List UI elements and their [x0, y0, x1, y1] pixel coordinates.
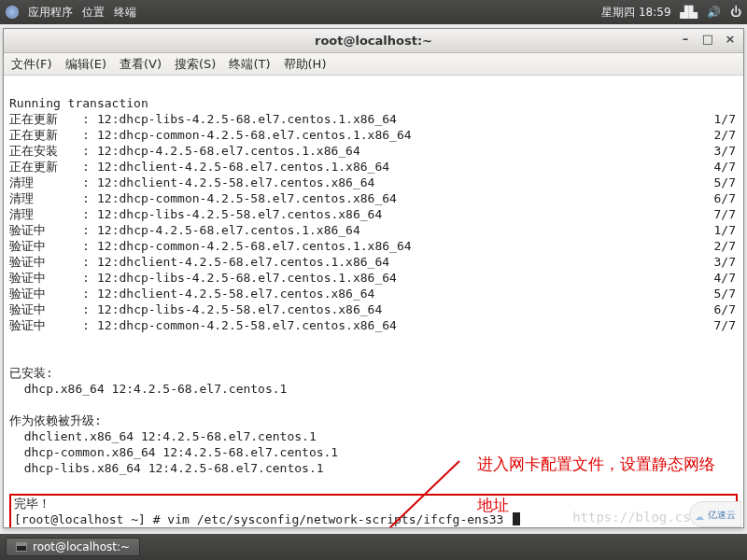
taskbar-item-label: root@localhost:~	[33, 540, 130, 553]
term-line: dhclient.x86_64 12:4.2.5-68.el7.centos.1	[9, 429, 317, 443]
provider-badge: ☁ 亿速云	[689, 501, 741, 527]
window-title: root@localhost:~	[315, 34, 432, 48]
term-transaction-row: 验证中: 12:dhcp-4.2.5-68.el7.centos.1.x86_6…	[9, 222, 738, 238]
volume-icon[interactable]: 🔊	[707, 6, 721, 19]
shell-prompt[interactable]: [root@localhost ~] # vim /etc/sysconfig/…	[14, 512, 511, 526]
term-line: 已安装:	[9, 366, 53, 380]
panel-applications[interactable]: 应用程序	[28, 5, 73, 21]
terminal-window: root@localhost:~ – □ × 文件(F) 编辑(E) 查看(V)…	[3, 28, 744, 528]
gnome-bottom-panel: root@localhost:~	[0, 534, 747, 560]
panel-terminal[interactable]: 终端	[114, 5, 136, 21]
maximize-button[interactable]: □	[700, 33, 715, 48]
term-transaction-row: 清理: 12:dhcp-common-4.2.5-58.el7.centos.x…	[9, 190, 738, 206]
network-icon[interactable]: ▟▙	[681, 6, 698, 19]
menu-search[interactable]: 搜索(S)	[175, 56, 216, 73]
menu-help[interactable]: 帮助(H)	[284, 56, 327, 73]
gnome-logo-icon	[6, 6, 19, 19]
watermark: https://blog.csd	[572, 510, 698, 525]
term-transaction-row: 正在更新: 12:dhclient-4.2.5-68.el7.centos.1.…	[9, 159, 738, 175]
taskbar-terminal-button[interactable]: root@localhost:~	[6, 538, 140, 556]
menu-edit[interactable]: 编辑(E)	[65, 56, 106, 73]
minimize-button[interactable]: –	[678, 33, 693, 48]
term-transaction-row: 清理: 12:dhclient-4.2.5-58.el7.centos.x86_…	[9, 175, 738, 190]
menu-file[interactable]: 文件(F)	[11, 56, 52, 73]
power-icon[interactable]: ⏻	[730, 6, 741, 19]
terminal-content[interactable]: Running transaction 正在更新: 12:dhcp-libs-4…	[4, 76, 743, 527]
menu-view[interactable]: 查看(V)	[120, 56, 162, 73]
panel-clock[interactable]: 星期四 18:59	[601, 5, 670, 21]
term-transaction-row: 正在更新: 12:dhcp-common-4.2.5-68.el7.centos…	[9, 127, 738, 143]
close-button[interactable]: ×	[723, 33, 738, 48]
menu-terminal[interactable]: 终端(T)	[229, 56, 270, 73]
term-line: dhcp-common.x86_64 12:4.2.5-68.el7.cento…	[9, 445, 338, 459]
panel-places[interactable]: 位置	[82, 5, 105, 21]
terminal-icon	[16, 542, 27, 552]
term-transaction-row: 验证中: 12:dhclient-4.2.5-58.el7.centos.x86…	[9, 286, 738, 301]
term-transaction-row: 正在更新: 12:dhcp-libs-4.2.5-68.el7.centos.1…	[9, 111, 738, 127]
term-line: 完毕！	[14, 497, 50, 511]
window-titlebar[interactable]: root@localhost:~ – □ ×	[4, 29, 743, 53]
term-line: 作为依赖被升级:	[9, 413, 102, 427]
term-transaction-row: 清理: 12:dhcp-libs-4.2.5-58.el7.centos.x86…	[9, 206, 738, 222]
term-transaction-row: 验证中: 12:dhcp-libs-4.2.5-68.el7.centos.1.…	[9, 270, 738, 286]
term-line: dhcp-libs.x86_64 12:4.2.5-68.el7.centos.…	[9, 461, 324, 475]
terminal-menubar: 文件(F) 编辑(E) 查看(V) 搜索(S) 终端(T) 帮助(H)	[4, 53, 743, 76]
term-transaction-row: 验证中: 12:dhclient-4.2.5-68.el7.centos.1.x…	[9, 254, 738, 270]
term-line: Running transaction	[9, 96, 148, 110]
term-line: dhcp.x86_64 12:4.2.5-68.el7.centos.1	[9, 382, 287, 396]
term-transaction-row: 验证中: 12:dhcp-common-4.2.5-58.el7.centos.…	[9, 317, 738, 333]
term-transaction-row: 验证中: 12:dhcp-libs-4.2.5-58.el7.centos.x8…	[9, 301, 738, 317]
system-tray: ▟▙ 🔊 ⏻	[681, 6, 741, 19]
term-transaction-row: 验证中: 12:dhcp-common-4.2.5-68.el7.centos.…	[9, 238, 738, 254]
gnome-top-panel: 应用程序 位置 终端 星期四 18:59 ▟▙ 🔊 ⏻	[0, 0, 747, 24]
term-transaction-row: 正在安装: 12:dhcp-4.2.5-68.el7.centos.1.x86_…	[9, 143, 738, 159]
cloud-icon: ☁	[695, 507, 704, 523]
